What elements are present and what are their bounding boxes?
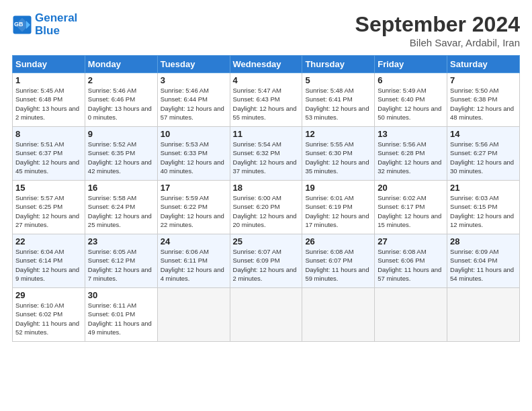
day-number: 15 — [15, 183, 82, 193]
header-sunday: Sunday — [13, 56, 85, 73]
table-row: 30 Sunrise: 6:11 AM Sunset: 6:01 PM Dayl… — [85, 288, 157, 342]
day-number: 2 — [88, 75, 154, 85]
day-number: 24 — [161, 236, 227, 246]
table-row: 19 Sunrise: 6:01 AM Sunset: 6:19 PM Dayl… — [302, 181, 375, 234]
day-number: 7 — [450, 75, 517, 85]
table-row: 10 Sunrise: 5:53 AM Sunset: 6:33 PM Dayl… — [157, 127, 230, 181]
day-info: Sunrise: 5:57 AM Sunset: 6:25 PM Dayligh… — [15, 193, 82, 229]
day-number: 11 — [233, 129, 300, 139]
day-number: 3 — [161, 75, 227, 85]
table-row: 12 Sunrise: 5:55 AM Sunset: 6:30 PM Dayl… — [302, 127, 375, 181]
day-info: Sunrise: 5:56 AM Sunset: 6:27 PM Dayligh… — [450, 140, 517, 175]
day-number: 26 — [305, 236, 371, 246]
day-number: 28 — [450, 236, 517, 246]
day-info: Sunrise: 5:59 AM Sunset: 6:22 PM Dayligh… — [161, 193, 227, 229]
table-row: 25 Sunrise: 6:07 AM Sunset: 6:09 PM Dayl… — [230, 234, 302, 288]
calendar-header-row: Sunday Monday Tuesday Wednesday Thursday… — [13, 56, 520, 73]
day-info: Sunrise: 5:58 AM Sunset: 6:24 PM Dayligh… — [88, 193, 154, 229]
table-row: 8 Sunrise: 5:51 AM Sunset: 6:37 PM Dayli… — [13, 127, 85, 181]
day-info: Sunrise: 5:52 AM Sunset: 6:35 PM Dayligh… — [88, 140, 154, 175]
day-info: Sunrise: 6:01 AM Sunset: 6:19 PM Dayligh… — [305, 193, 371, 229]
table-row: 29 Sunrise: 6:10 AM Sunset: 6:02 PM Dayl… — [13, 288, 85, 342]
day-info: Sunrise: 5:54 AM Sunset: 6:32 PM Dayligh… — [233, 140, 300, 175]
table-row: 21 Sunrise: 6:03 AM Sunset: 6:15 PM Dayl… — [447, 181, 520, 234]
day-info: Sunrise: 6:03 AM Sunset: 6:15 PM Dayligh… — [450, 193, 517, 229]
day-number: 27 — [378, 236, 444, 246]
table-row: 17 Sunrise: 5:59 AM Sunset: 6:22 PM Dayl… — [157, 181, 230, 234]
day-info: Sunrise: 6:10 AM Sunset: 6:02 PM Dayligh… — [15, 301, 82, 336]
day-info: Sunrise: 6:04 AM Sunset: 6:14 PM Dayligh… — [15, 247, 82, 283]
day-number: 20 — [378, 183, 444, 193]
day-info: Sunrise: 5:47 AM Sunset: 6:43 PM Dayligh… — [233, 86, 300, 122]
calendar-week-row: 15 Sunrise: 5:57 AM Sunset: 6:25 PM Dayl… — [13, 181, 520, 234]
day-info: Sunrise: 5:50 AM Sunset: 6:38 PM Dayligh… — [450, 86, 517, 122]
logo-text: General Blue — [35, 12, 77, 37]
day-info: Sunrise: 6:06 AM Sunset: 6:11 PM Dayligh… — [161, 247, 227, 283]
day-number: 16 — [88, 183, 154, 193]
day-info: Sunrise: 5:46 AM Sunset: 6:44 PM Dayligh… — [161, 86, 227, 122]
day-info: Sunrise: 5:53 AM Sunset: 6:33 PM Dayligh… — [161, 140, 227, 175]
table-row: 24 Sunrise: 6:06 AM Sunset: 6:11 PM Dayl… — [157, 234, 230, 288]
page: GB General Blue September 2024 Bileh Sav… — [0, 0, 532, 411]
header-friday: Friday — [375, 56, 447, 73]
day-number: 22 — [15, 236, 82, 246]
table-row: 13 Sunrise: 5:56 AM Sunset: 6:28 PM Dayl… — [375, 127, 447, 181]
header-tuesday: Tuesday — [157, 56, 230, 73]
table-row: 11 Sunrise: 5:54 AM Sunset: 6:32 PM Dayl… — [230, 127, 302, 181]
header-thursday: Thursday — [302, 56, 375, 73]
day-number: 19 — [305, 183, 371, 193]
table-row — [157, 288, 230, 342]
day-info: Sunrise: 5:48 AM Sunset: 6:41 PM Dayligh… — [305, 86, 371, 122]
calendar-week-row: 8 Sunrise: 5:51 AM Sunset: 6:37 PM Dayli… — [13, 127, 520, 181]
day-number: 21 — [450, 183, 517, 193]
header-wednesday: Wednesday — [230, 56, 302, 73]
table-row: 28 Sunrise: 6:09 AM Sunset: 6:04 PM Dayl… — [447, 234, 520, 288]
logo-icon: GB — [12, 15, 32, 35]
day-number: 14 — [450, 129, 517, 139]
svg-text:GB: GB — [14, 20, 24, 27]
day-info: Sunrise: 5:56 AM Sunset: 6:28 PM Dayligh… — [378, 140, 444, 175]
day-info: Sunrise: 6:08 AM Sunset: 6:06 PM Dayligh… — [378, 247, 444, 283]
table-row — [302, 288, 375, 342]
table-row: 18 Sunrise: 6:00 AM Sunset: 6:20 PM Dayl… — [230, 181, 302, 234]
day-info: Sunrise: 6:09 AM Sunset: 6:04 PM Dayligh… — [450, 247, 517, 283]
table-row: 23 Sunrise: 6:05 AM Sunset: 6:12 PM Dayl… — [85, 234, 157, 288]
table-row: 9 Sunrise: 5:52 AM Sunset: 6:35 PM Dayli… — [85, 127, 157, 181]
table-row: 7 Sunrise: 5:50 AM Sunset: 6:38 PM Dayli… — [447, 73, 520, 127]
calendar-week-row: 22 Sunrise: 6:04 AM Sunset: 6:14 PM Dayl… — [13, 234, 520, 288]
day-number: 10 — [161, 129, 227, 139]
table-row: 3 Sunrise: 5:46 AM Sunset: 6:44 PM Dayli… — [157, 73, 230, 127]
header: GB General Blue September 2024 Bileh Sav… — [12, 12, 520, 48]
day-info: Sunrise: 6:08 AM Sunset: 6:07 PM Dayligh… — [305, 247, 371, 283]
day-info: Sunrise: 6:11 AM Sunset: 6:01 PM Dayligh… — [88, 301, 154, 336]
table-row: 27 Sunrise: 6:08 AM Sunset: 6:06 PM Dayl… — [375, 234, 447, 288]
title-block: September 2024 Bileh Savar, Ardabil, Ira… — [355, 12, 520, 48]
day-info: Sunrise: 6:02 AM Sunset: 6:17 PM Dayligh… — [378, 193, 444, 229]
location: Bileh Savar, Ardabil, Iran — [355, 37, 520, 48]
day-number: 25 — [233, 236, 300, 246]
calendar-week-row: 1 Sunrise: 5:45 AM Sunset: 6:48 PM Dayli… — [13, 73, 520, 127]
table-row: 1 Sunrise: 5:45 AM Sunset: 6:48 PM Dayli… — [13, 73, 85, 127]
day-number: 6 — [378, 75, 444, 85]
table-row — [447, 288, 520, 342]
day-info: Sunrise: 5:45 AM Sunset: 6:48 PM Dayligh… — [15, 86, 82, 122]
day-number: 12 — [305, 129, 371, 139]
month-title: September 2024 — [355, 12, 520, 37]
table-row: 2 Sunrise: 5:46 AM Sunset: 6:46 PM Dayli… — [85, 73, 157, 127]
day-info: Sunrise: 5:46 AM Sunset: 6:46 PM Dayligh… — [88, 86, 154, 122]
day-number: 4 — [233, 75, 300, 85]
day-number: 8 — [15, 129, 82, 139]
day-number: 23 — [88, 236, 154, 246]
day-number: 5 — [305, 75, 371, 85]
day-number: 18 — [233, 183, 300, 193]
day-number: 13 — [378, 129, 444, 139]
day-info: Sunrise: 5:49 AM Sunset: 6:40 PM Dayligh… — [378, 86, 444, 122]
day-info: Sunrise: 6:07 AM Sunset: 6:09 PM Dayligh… — [233, 247, 300, 283]
table-row: 14 Sunrise: 5:56 AM Sunset: 6:27 PM Dayl… — [447, 127, 520, 181]
day-info: Sunrise: 6:00 AM Sunset: 6:20 PM Dayligh… — [233, 193, 300, 229]
table-row: 15 Sunrise: 5:57 AM Sunset: 6:25 PM Dayl… — [13, 181, 85, 234]
header-saturday: Saturday — [447, 56, 520, 73]
day-number: 30 — [88, 290, 154, 300]
day-number: 17 — [161, 183, 227, 193]
logo: GB General Blue — [12, 12, 77, 37]
